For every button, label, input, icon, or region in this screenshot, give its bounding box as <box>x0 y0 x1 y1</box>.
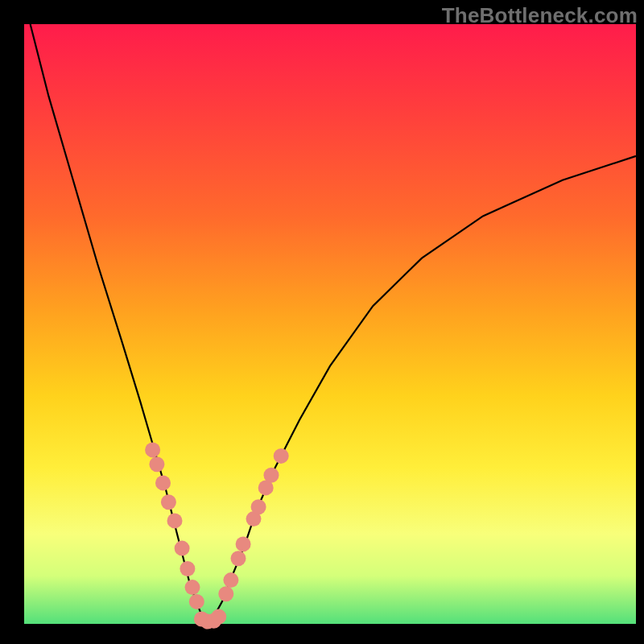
plot-area <box>24 24 636 624</box>
chart-frame: TheBottleneck.com <box>0 0 644 644</box>
watermark-label: TheBottleneck.com <box>442 3 638 28</box>
